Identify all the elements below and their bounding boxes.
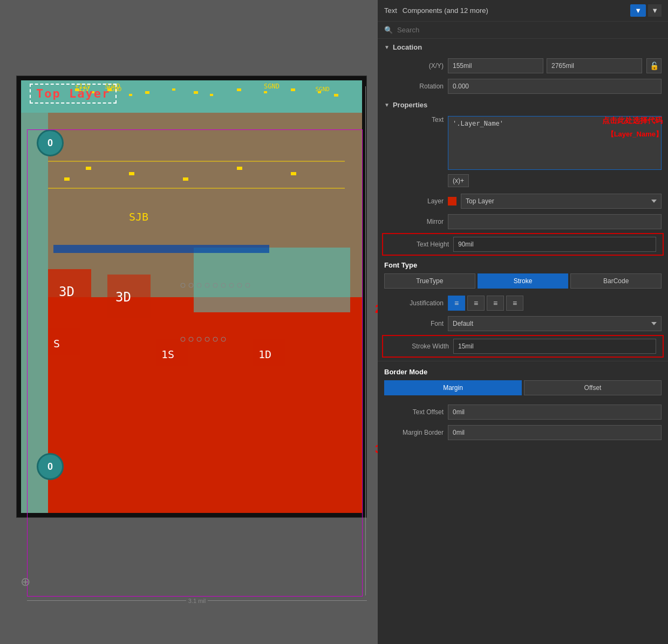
- just-left-button[interactable]: ≡: [448, 296, 465, 311]
- xy-row: (X/Y) 🔓: [378, 56, 668, 76]
- rotation-input[interactable]: [448, 79, 662, 94]
- stroke-button[interactable]: Stroke: [478, 273, 569, 289]
- panel-header: Text Components (and 12 more) ▼ ▼: [378, 0, 668, 22]
- lock-button[interactable]: 🔓: [646, 58, 662, 73]
- justification-row: Justification ≡ ≡ ≡ ≡: [378, 293, 668, 313]
- truetype-button[interactable]: TrueType: [384, 273, 475, 289]
- barcode-button[interactable]: BarCode: [570, 273, 662, 289]
- font-select[interactable]: Default: [448, 316, 662, 331]
- margin-border-label: Margin Border: [384, 429, 444, 436]
- font-type-buttons: TrueType Stroke BarCode: [384, 273, 662, 289]
- section-properties-triangle: ▼: [384, 102, 390, 108]
- section-location-triangle: ▼: [384, 44, 390, 50]
- layer-select[interactable]: Top Layer: [461, 194, 662, 209]
- margin-border-input[interactable]: [448, 425, 662, 440]
- stroke-width-input[interactable]: [453, 339, 656, 354]
- margin-button[interactable]: Margin: [384, 380, 522, 395]
- just-justify-button[interactable]: ≡: [506, 296, 523, 311]
- rotation-label: Rotation: [384, 83, 444, 90]
- panel-components-label: Components (and 12 more): [403, 6, 488, 15]
- measurement-line-horizontal: 3.1 mil: [27, 600, 367, 601]
- chevron-button[interactable]: ▼: [648, 4, 662, 17]
- text-offset-input[interactable]: [448, 405, 662, 420]
- layer-color-swatch: [448, 197, 456, 205]
- just-center-button[interactable]: ≡: [467, 296, 485, 311]
- font-type-section: Font Type TrueType Stroke BarCode: [378, 257, 668, 293]
- text-label: Text: [384, 116, 444, 124]
- top-layer-label[interactable]: Top Layer: [30, 84, 117, 104]
- y-input[interactable]: [547, 58, 642, 73]
- measurement-label-h: 3.1 mil: [186, 598, 208, 604]
- border-mode-label: Border Mode: [384, 368, 662, 376]
- variable-insert-button[interactable]: (x)+: [448, 174, 469, 187]
- text-property-container: Text '.Layer_Name' 点击此处选择代码 【Layer_Name】…: [378, 113, 668, 191]
- panel-text-label: Text: [384, 6, 397, 15]
- border-mode-section: Border Mode Margin Offset: [378, 364, 668, 402]
- search-input[interactable]: [397, 26, 662, 34]
- section-properties[interactable]: ▼ Properties: [378, 97, 668, 113]
- stroke-width-label: Stroke Width: [390, 342, 449, 350]
- rotation-row: Rotation: [378, 76, 668, 97]
- font-type-label: Font Type: [384, 261, 662, 269]
- panel-filter-area: ▼ ▼: [630, 4, 662, 17]
- search-bar: 🔍: [378, 22, 668, 39]
- offset-button[interactable]: Offset: [524, 380, 662, 395]
- pcb-canvas: +12V SGND SGND: [0, 0, 378, 644]
- text-height-input[interactable]: [453, 237, 656, 252]
- cross-target-icon: ⊕: [21, 575, 37, 591]
- border-mode-buttons: Margin Offset: [384, 380, 662, 395]
- mirror-input[interactable]: [448, 214, 662, 229]
- justification-label: Justification: [384, 299, 444, 307]
- just-right-button[interactable]: ≡: [487, 296, 504, 311]
- pcb-label-sgnd2: SGND: [316, 86, 330, 93]
- text-height-label: Text Height: [390, 241, 449, 248]
- var-button-row: (x)+: [378, 173, 668, 191]
- font-label: Font: [384, 320, 444, 327]
- xy-inputs: [448, 58, 642, 73]
- search-icon: 🔍: [384, 26, 393, 34]
- divider-1: [378, 361, 668, 361]
- x-input[interactable]: [448, 58, 543, 73]
- margin-border-row: Margin Border: [378, 422, 668, 443]
- layer-row: Layer Top Layer: [378, 191, 668, 211]
- section-properties-label: Properties: [393, 101, 427, 109]
- magenta-selection-border: [27, 129, 363, 597]
- mirror-row: Mirror: [378, 211, 668, 232]
- text-height-row-highlighted: Text Height: [382, 233, 664, 256]
- annotation-3: 3: [375, 442, 378, 456]
- properties-panel: Text Components (and 12 more) ▼ ▼ 🔍 ▼ Lo…: [378, 0, 668, 644]
- section-location-label: Location: [393, 43, 422, 51]
- filter-button[interactable]: ▼: [630, 4, 646, 17]
- font-row: Font Default: [378, 313, 668, 334]
- stroke-width-row-highlighted: Stroke Width: [382, 335, 664, 358]
- text-prop-row: Text '.Layer_Name': [378, 113, 668, 173]
- mirror-label: Mirror: [384, 218, 444, 225]
- layer-label: Layer: [384, 197, 444, 205]
- justification-buttons: ≡ ≡ ≡ ≡: [448, 296, 523, 311]
- annotation-2: 2: [375, 302, 378, 316]
- section-location[interactable]: ▼ Location: [378, 39, 668, 56]
- text-offset-label: Text Offset: [384, 408, 444, 416]
- xy-label: (X/Y): [384, 62, 444, 70]
- measurement-line-vertical: [365, 86, 366, 595]
- text-textarea[interactable]: '.Layer_Name': [448, 116, 662, 170]
- text-offset-row: Text Offset: [378, 402, 668, 422]
